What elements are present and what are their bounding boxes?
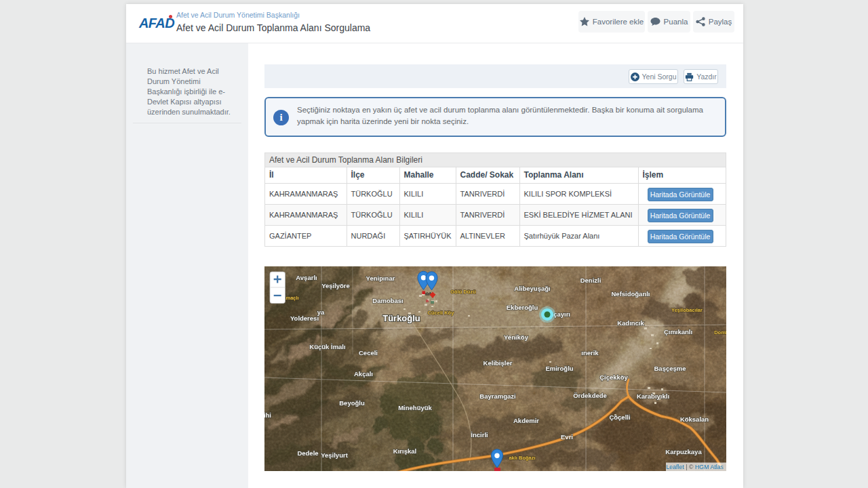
svg-text:Yenipınar: Yenipınar [366,274,395,282]
svg-text:Nefsidoğanlı: Nefsidoğanlı [611,290,650,298]
svg-text:Yeşilyurt: Yeşilyurt [321,451,348,459]
svg-text:Yolderesi: Yolderesi [290,314,319,322]
svg-text:Çımıkanlı: Çımıkanlı [664,328,692,336]
svg-text:Karabıyıklı: Karabıyıklı [637,392,669,400]
svg-text:Kırışkal: Kırışkal [393,447,416,455]
svg-text:Kelibişler: Kelibişler [484,359,513,367]
svg-text:Ekberoğlu: Ekberoğlu [507,304,538,311]
svg-text:Leaflet | © HGM Atlas: Leaflet | © HGM Atlas [666,464,724,470]
svg-text:Ceceli: Ceceli [359,349,378,357]
svg-text:Yeşilyöre: Yeşilyöre [321,282,350,289]
svg-text:Çiçekköy: Çiçekköy [599,373,628,381]
svg-text:Köksalan: Köksalan [680,415,709,423]
svg-text:Akdemir: Akdemir [513,417,539,424]
svg-text:Gölü Düzü: Gölü Düzü [450,289,476,295]
svg-text:Ördekdede: Ördekdede [573,392,607,399]
svg-text:Küçük İmalı: Küçük İmalı [309,343,345,350]
svg-text:İncirli: İncirli [471,431,488,439]
svg-text:Denizli: Denizli [580,277,601,284]
svg-text:dedihi: dedihi [264,411,271,419]
svg-text:Avşarlı: Avşarlı [296,274,317,281]
svg-text:ya: ya [317,308,325,316]
svg-text:ınerik: ınerik [581,349,599,357]
svg-text:Evri: Evri [561,433,573,441]
svg-text:Alibeyuşağı: Alibeyuşağı [514,285,550,292]
svg-text:Başçeşme: Başçeşme [654,365,686,372]
svg-text:Beyoğlu: Beyoğlu [339,399,365,407]
svg-text:Kadıncık: Kadıncık [617,319,644,327]
svg-text:Dombay: Dombay [714,329,726,336]
svg-text:Türkoğlu: Türkoğlu [382,313,420,323]
svg-text:Bayramgazi: Bayramgazi [479,392,515,400]
svg-text:Cüceli Köy: Cüceli Köy [428,310,455,316]
svg-text:Çöçelli: Çöçelli [609,413,630,421]
svg-text:Akçalı: Akçalı [354,370,373,378]
svg-text:Emiroğlu: Emiroğlu [545,365,573,372]
svg-text:Yeniköy: Yeniköy [504,333,529,341]
svg-text:aklı Boğazı: aklı Boğazı [509,455,535,461]
svg-text:Damobası: Damobası [372,297,403,304]
svg-text:Dedele: Dedele [297,449,318,457]
svg-text:Minehüyük: Minehüyük [398,404,432,411]
svg-text:Karpuzkaya: Karpuzkaya [665,448,702,455]
svg-text:Yeşilobacılar: Yeşilobacılar [671,307,703,313]
